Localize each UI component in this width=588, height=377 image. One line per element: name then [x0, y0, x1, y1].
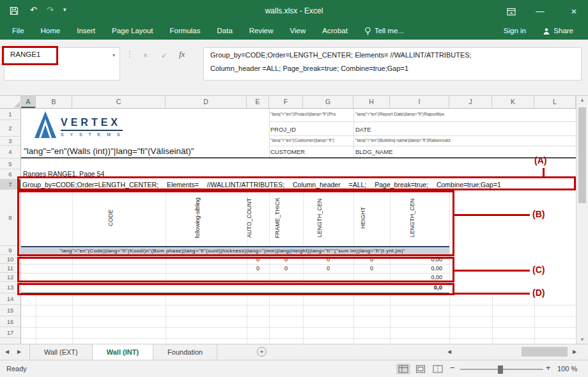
data-cell[interactable]: 0 [269, 255, 303, 264]
vertical-scrollbar-thumb[interactable] [578, 107, 586, 203]
row-header-1[interactable]: 1 [0, 109, 20, 120]
sheet-tab-wall-ext[interactable]: Wall (EXT) [29, 344, 93, 360]
column-label-length-cen[interactable]: LENGTH_CEN [316, 191, 324, 245]
row-header-6[interactable]: 6 [0, 169, 20, 180]
column-label-following-sibling[interactable]: following-sibling [194, 191, 202, 245]
row-header-14[interactable]: 14 [0, 293, 20, 305]
row-header-10[interactable]: 10 [0, 255, 20, 264]
cell-total[interactable]: 0,0 [390, 282, 446, 293]
row-header-16[interactable]: 16 [0, 316, 20, 327]
column-header-d[interactable]: D [166, 96, 247, 108]
row-header-4[interactable]: 4 [0, 146, 20, 158]
ribbon-tab-formulas[interactable]: Formulas [162, 22, 209, 40]
lang-header-row[interactable]: "lang"="en"(Code)|lang="fi"(Koodi)n"(Bom… [21, 246, 449, 256]
data-cell[interactable]: 0 [353, 255, 390, 264]
data-cell[interactable] [303, 273, 353, 282]
h-scroll-left-icon[interactable]: ◀ [447, 349, 451, 355]
save-icon[interactable] [9, 6, 19, 19]
data-cell[interactable] [269, 273, 303, 282]
data-cell[interactable]: 0 [353, 264, 390, 273]
column-header-e[interactable]: E [247, 96, 269, 108]
scroll-up-icon[interactable]: ▲ [576, 97, 588, 103]
cell-building-label[interactable]: "lang"="en"(Building name)|lang="fi"(Rak… [355, 138, 463, 142]
data-cell[interactable] [353, 273, 390, 282]
data-cell[interactable]: 0 [303, 264, 353, 273]
column-header-l[interactable]: L [534, 96, 576, 108]
cell-proj-id[interactable]: PROJ_ID [270, 126, 296, 133]
column-header-c[interactable]: C [72, 96, 166, 108]
column-label-frame-thick[interactable]: FRAME_THICK [274, 191, 282, 245]
column-label-auto-count[interactable]: AUTO_COUNT [246, 191, 254, 245]
column-header-j[interactable]: J [449, 96, 492, 108]
ribbon-tab-file[interactable]: File [4, 22, 33, 40]
data-cell[interactable]: 0 [247, 264, 269, 273]
zoom-in-button[interactable]: + [546, 363, 551, 373]
enter-icon[interactable]: ✓ [161, 51, 167, 60]
row-header-13[interactable]: 13 [0, 282, 20, 293]
row-header-8[interactable]: 8 [0, 190, 20, 246]
ribbon-tab-page-layout[interactable]: Page Layout [104, 22, 162, 40]
cell-project-label[interactable]: "lang"="en"(Project)|lang="fi"(Pro [270, 112, 352, 116]
ribbon-display-options-icon[interactable] [507, 7, 516, 19]
column-header-g[interactable]: G [303, 96, 353, 108]
view-page-layout-button[interactable] [414, 364, 428, 374]
cell-customer-label[interactable]: "lang"="en"(Customer)|lang="fi"( [270, 138, 352, 142]
row-header-3[interactable]: 3 [0, 137, 20, 146]
row-header-15[interactable]: 15 [0, 305, 20, 316]
data-cell[interactable]: 0,00 [390, 264, 446, 273]
column-header-a[interactable]: A [21, 96, 36, 108]
formula-input[interactable]: Group_by=CODE;Order=LENGTH_CENTER; Eleme… [203, 47, 582, 81]
column-label-height[interactable]: HEIGHT [360, 191, 368, 245]
h-scroll-right-icon[interactable]: ▶ [573, 349, 576, 355]
tell-me-box[interactable]: Tell me... [356, 22, 412, 40]
row-header-7[interactable]: 7 [0, 180, 20, 190]
ribbon-tab-review[interactable]: Review [241, 22, 282, 40]
row-header-11[interactable]: 11 [0, 264, 20, 273]
name-box-dropdown-icon[interactable]: ▾ [112, 52, 115, 58]
sheet-nav-right-icon[interactable]: ▶ [17, 349, 21, 355]
ribbon-tab-data[interactable]: Data [209, 22, 241, 40]
add-sheet-button[interactable]: + [257, 347, 267, 357]
row-header-5[interactable]: 5 [0, 158, 20, 169]
column-header-k[interactable]: K [492, 96, 534, 108]
cell-customer[interactable]: CUSTOMER [270, 148, 305, 155]
zoom-slider-thumb[interactable] [498, 365, 503, 374]
data-cell[interactable]: 0 [303, 255, 353, 264]
ribbon-tab-home[interactable]: Home [33, 22, 69, 40]
sign-in-button[interactable]: Sign in [495, 22, 534, 40]
column-label-length-cen-2[interactable]: LENGTH_CEN [409, 191, 417, 245]
view-page-break-button[interactable] [431, 364, 445, 374]
zoom-out-button[interactable]: − [450, 363, 455, 373]
column-header-f[interactable]: F [269, 96, 303, 108]
vertical-scrollbar[interactable]: ▲ ▼ [576, 96, 588, 344]
cell-bldg-name[interactable]: BLDG_NAME [355, 148, 393, 155]
ribbon-tab-acrobat[interactable]: Acrobat [314, 22, 356, 40]
cancel-icon[interactable]: × [143, 51, 148, 60]
cell-group-by-formula[interactable]: Group_by=CODE;Order=LENGTH_CENTER; Eleme… [22, 181, 575, 188]
column-header-i[interactable]: I [390, 96, 449, 108]
data-cell[interactable]: 0 [247, 255, 269, 264]
cell-date[interactable]: DATE [355, 126, 371, 133]
sheet-tab-wall-int[interactable]: Wall (INT) [93, 344, 153, 360]
data-cell[interactable]: 0,00 [390, 255, 446, 264]
minimize-button[interactable]: — [529, 0, 551, 22]
redo-icon[interactable]: ↷ [47, 5, 54, 15]
row-header-2[interactable]: 2 [0, 120, 20, 137]
cell-walls-title[interactable]: "lang"="en"(Walls (int))"|lang="fi"(Väli… [24, 146, 261, 156]
row-header-9[interactable]: 9 [0, 246, 20, 255]
ribbon-tab-insert[interactable]: Insert [68, 22, 104, 40]
data-cell[interactable] [247, 273, 269, 282]
column-header-b[interactable]: B [36, 96, 72, 108]
share-button[interactable]: Share [534, 22, 582, 40]
insert-function-icon[interactable]: fx [179, 49, 185, 59]
scroll-down-icon[interactable]: ▼ [576, 337, 588, 342]
column-header-h[interactable]: H [353, 96, 390, 108]
close-button[interactable]: × [561, 0, 587, 22]
select-all-corner[interactable] [0, 96, 21, 108]
cell-ranges-line[interactable]: Ranges RANGE1, Page 54 [23, 170, 104, 178]
h-scrollbar-thumb[interactable] [522, 347, 568, 357]
row-header-12[interactable]: 12 [0, 273, 20, 282]
undo-icon[interactable]: ↶ [30, 5, 37, 15]
zoom-level[interactable]: 100 % [557, 365, 577, 373]
view-normal-button[interactable] [396, 364, 410, 374]
